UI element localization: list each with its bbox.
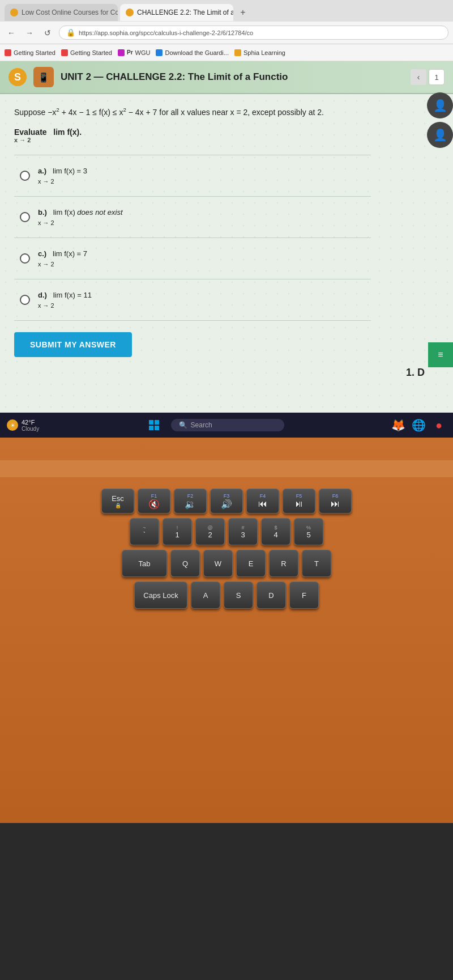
option-d[interactable]: d.) lim f(x) = 11 x → 2: [14, 279, 371, 321]
back-button[interactable]: ←: [5, 26, 18, 40]
url-box[interactable]: 🔒 https://app.sophia.org/spcc/calculus-i…: [59, 26, 448, 40]
key-f6-fn: F6: [332, 493, 339, 499]
key-row-numbers: ~ ` ! 1 @ 2 # 3 $ 4 % 5: [11, 518, 442, 545]
key-f6[interactable]: F6 ⏭: [319, 489, 352, 514]
key-f2-fn: F2: [187, 493, 194, 499]
taskbar-search[interactable]: 🔍 Search: [171, 419, 284, 431]
key-4[interactable]: $ 4: [261, 518, 290, 545]
key-5-label: 5: [306, 531, 310, 539]
key-e[interactable]: E: [236, 550, 266, 577]
reload-button[interactable]: ↺: [41, 26, 54, 40]
bookmark-favicon-4: [156, 49, 163, 56]
key-s[interactable]: S: [224, 582, 253, 609]
key-s-label: S: [236, 591, 241, 600]
windows-logo: [149, 420, 159, 430]
key-tab[interactable]: Tab: [122, 550, 167, 577]
tab2-favicon: [126, 9, 134, 16]
key-2[interactable]: @ 2: [195, 518, 225, 545]
tab2-label: CHALLENGE 2.2: The Limit of a: [137, 9, 233, 16]
keyboard-area: Esc 🔒 F1 🔇 F2 🔉 F3 🔊 F4 ⏮ F5: [0, 438, 453, 823]
key-dollar: $: [274, 525, 277, 531]
evaluate-label: Evaluate lim f(x). x → 2: [14, 128, 371, 143]
key-d[interactable]: D: [257, 582, 286, 609]
key-1[interactable]: ! 1: [163, 518, 192, 545]
submit-answer-button[interactable]: SUBMIT MY ANSWER: [14, 332, 132, 357]
key-esc[interactable]: Esc 🔒: [101, 489, 134, 514]
bookmark-sophia[interactable]: Sphia Learning: [234, 49, 285, 56]
tab-bar: Low Cost Online Courses for Co ✕ CHALLEN…: [0, 0, 453, 22]
key-f4[interactable]: F4 ⏮: [246, 489, 279, 514]
key-f[interactable]: F: [289, 582, 319, 609]
key-f5[interactable]: F5 ⏯: [283, 489, 315, 514]
option-a-text: a.) lim f(x) = 3 x → 2: [38, 166, 87, 186]
evaluate-text: Evaluate: [14, 128, 51, 137]
option-a-sub: x → 2: [38, 177, 87, 186]
option-b-text: b.) lim f(x) does not exist x → 2: [38, 207, 123, 227]
tab-2[interactable]: CHALLENGE 2.2: The Limit of a ✕: [120, 4, 233, 21]
key-esc-label: Esc: [112, 494, 124, 503]
option-a[interactable]: a.) lim f(x) = 3 x → 2: [14, 155, 371, 197]
bookmark-getting-started-1[interactable]: Getting Started: [5, 49, 55, 56]
key-capslock[interactable]: Caps Lock: [134, 582, 187, 609]
key-f6-icon: ⏭: [331, 499, 340, 509]
key-2-label: 2: [208, 531, 212, 539]
new-tab-button[interactable]: +: [236, 5, 250, 20]
key-5[interactable]: % 5: [294, 518, 323, 545]
right-panel: 👤 👤: [427, 92, 453, 148]
prev-page-button[interactable]: ‹: [411, 69, 426, 85]
key-r[interactable]: R: [269, 550, 298, 577]
answer-options: a.) lim f(x) = 3 x → 2 b.) lim f(x) does…: [14, 155, 371, 321]
key-row-fn: Esc 🔒 F1 🔇 F2 🔉 F3 🔊 F4 ⏮ F5: [11, 489, 442, 514]
option-d-text: d.) lim f(x) = 11 x → 2: [38, 290, 92, 310]
user-icon-2: 👤: [427, 122, 453, 148]
profile-icon[interactable]: 👤: [427, 92, 453, 118]
key-f4-icon: ⏮: [258, 499, 267, 509]
key-f3[interactable]: F3 🔊: [210, 489, 243, 514]
side-label: 1. D: [406, 367, 425, 379]
bookmark-getting-started-2[interactable]: Getting Started: [61, 49, 112, 56]
weather-condition: Cloudy: [22, 426, 39, 432]
taskbar-icons: 🦊 🌐 ●: [391, 418, 446, 432]
radio-c[interactable]: [20, 253, 30, 264]
taskbar-icon-1: 🦊: [391, 418, 405, 432]
bookmark-wgu[interactable]: Pr WGU: [118, 49, 150, 56]
key-f1[interactable]: F1 🔇: [138, 489, 170, 514]
key-f5-fn: F5: [296, 493, 302, 499]
green-panel-button[interactable]: ≡: [428, 342, 453, 367]
key-q-label: Q: [182, 559, 188, 568]
limit-subscript: x → 2: [14, 137, 371, 143]
key-hash: #: [241, 525, 244, 531]
forward-button[interactable]: →: [23, 26, 36, 40]
keyboard-top-strip: [0, 460, 453, 477]
option-b[interactable]: b.) lim f(x) does not exist x → 2: [14, 197, 371, 238]
option-c-sub: x → 2: [38, 260, 87, 269]
key-f1-icon: 🔇: [148, 499, 160, 510]
key-backtick-label: `: [143, 531, 146, 539]
key-t[interactable]: T: [302, 550, 331, 577]
weather-details: 42°F Cloudy: [22, 419, 39, 432]
bookmark-label-2: Getting Started: [70, 49, 112, 56]
start-button[interactable]: [146, 417, 162, 433]
key-backtick[interactable]: ~ `: [130, 518, 159, 545]
radio-d[interactable]: [20, 295, 30, 305]
radio-a[interactable]: [20, 171, 30, 181]
key-a[interactable]: A: [191, 582, 220, 609]
weather-icon: ☀: [7, 419, 18, 431]
key-q[interactable]: Q: [170, 550, 200, 577]
bookmark-guardian[interactable]: Download the Guardi...: [156, 49, 229, 56]
key-at: @: [207, 525, 212, 531]
option-a-letter: a.): [38, 167, 46, 175]
key-f1-fn: F1: [151, 493, 157, 499]
key-w[interactable]: W: [203, 550, 233, 577]
taskbar-center: 🔍 Search: [45, 417, 385, 433]
tab-1[interactable]: Low Cost Online Courses for Co ✕: [5, 4, 118, 21]
nav-arrows: ‹ 1: [411, 69, 445, 85]
radio-b[interactable]: [20, 212, 30, 222]
key-f2[interactable]: F2 🔉: [174, 489, 207, 514]
bookmark-label-3: WGU: [135, 49, 151, 56]
address-bar: ← → ↺ 🔒 https://app.sophia.org/spcc/calc…: [0, 22, 453, 44]
key-3[interactable]: # 3: [228, 518, 258, 545]
option-c[interactable]: c.) lim f(x) = 7 x → 2: [14, 238, 371, 279]
bookmark-favicon-3: [118, 49, 125, 56]
key-exclaim: !: [177, 525, 178, 531]
